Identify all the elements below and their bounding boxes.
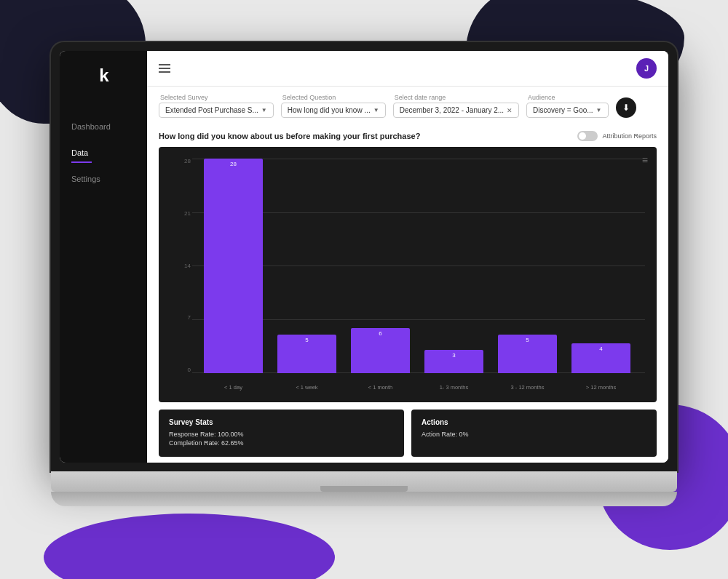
attribution-toggle: Attribution Reports: [577, 131, 657, 141]
completion-rate-value: 62.65%: [221, 439, 244, 447]
bars-container: 28 5 6: [197, 159, 638, 373]
bar-value-lt-1-month: 6: [379, 330, 381, 337]
laptop-base: [51, 471, 677, 492]
x-label-lt-1-day: < 1 day: [204, 384, 263, 391]
x-label-3-12-months: 3 - 12 months: [498, 384, 557, 391]
action-rate-label: Action Rate:: [422, 431, 457, 438]
date-range-select[interactable]: December 3, 2022 - January 2... ✕: [393, 103, 519, 118]
bar-value-gt-12-months: 4: [599, 346, 602, 352]
date-range-filter: Select date range December 3, 2022 - Jan…: [393, 94, 519, 118]
chevron-down-icon: ▼: [373, 107, 379, 113]
y-axis-labels: 28 21 14 7 0: [170, 159, 191, 373]
completion-rate-label: Completion Rate:: [169, 439, 220, 447]
main-content: J Selected Survey Extended Post Purchase…: [147, 51, 668, 463]
bar-group-lt-1-day: 28: [204, 159, 263, 373]
laptop-screen-outer: k Dashboard Data Settings: [51, 42, 677, 471]
download-button[interactable]: ⬇: [616, 97, 636, 118]
selected-question-filter: Selected Question How long did you know …: [281, 94, 386, 118]
actions-stats-title: Actions: [422, 418, 646, 426]
y-label-28: 28: [184, 159, 191, 164]
filters-row: Selected Survey Extended Post Purchase S…: [147, 87, 668, 125]
chevron-down-icon: ▼: [261, 107, 267, 113]
selected-survey-select[interactable]: Extended Post Purchase S... ▼: [159, 103, 274, 118]
sidebar-nav: Dashboard Data Settings: [60, 115, 147, 191]
response-rate-row: Response Rate: 100.00%: [169, 431, 394, 438]
bar-value-lt-1-week: 5: [305, 337, 308, 343]
bar-3-12-months: 5: [498, 335, 557, 373]
audience-value: Discovery = Goo...: [533, 106, 593, 114]
selected-question-value: How long did you know ...: [288, 106, 371, 114]
response-rate-label: Response Rate:: [169, 431, 216, 438]
y-label-7: 7: [188, 315, 191, 321]
bottom-stats: Survey Stats Response Rate: 100.00% Comp…: [159, 410, 657, 457]
selected-question-label: Selected Question: [281, 94, 386, 101]
selected-survey-filter: Selected Survey Extended Post Purchase S…: [159, 94, 274, 118]
x-label-lt-1-week: < 1 week: [277, 384, 336, 391]
bar-value-3-12-months: 5: [526, 337, 529, 343]
bar-value-1-3-months: 3: [452, 352, 455, 359]
bar-group-lt-1-week: 5: [277, 159, 336, 373]
laptop-screen-inner: k Dashboard Data Settings: [60, 51, 668, 463]
laptop-foot: [51, 492, 677, 506]
sidebar-item-dashboard[interactable]: Dashboard: [60, 115, 147, 138]
y-label-0: 0: [188, 367, 191, 373]
bar-group-3-12-months: 5: [498, 159, 557, 373]
x-label-gt-12-months: > 12 months: [571, 384, 630, 391]
completion-rate-row: Completion Rate: 62.65%: [169, 439, 394, 447]
response-rate-value: 100.00%: [218, 431, 244, 438]
user-avatar[interactable]: J: [636, 58, 657, 79]
survey-stats-card: Survey Stats Response Rate: 100.00% Comp…: [159, 410, 404, 457]
sidebar-item-settings[interactable]: Settings: [60, 167, 147, 191]
chevron-down-icon: ▼: [596, 107, 602, 113]
download-icon: ⬇: [622, 103, 630, 113]
sidebar: k Dashboard Data Settings: [60, 51, 147, 463]
audience-select[interactable]: Discovery = Goo... ▼: [526, 103, 608, 118]
y-label-14: 14: [184, 263, 191, 269]
actions-stats-card: Actions Action Rate: 0%: [411, 410, 657, 457]
bar-lt-1-day: 28: [204, 159, 263, 373]
sidebar-logo: k: [99, 65, 107, 86]
bar-lt-1-week: 5: [277, 335, 336, 373]
close-icon[interactable]: ✕: [507, 107, 513, 114]
audience-label: Audience: [526, 94, 608, 101]
question-title-bar: How long did you know about us before ma…: [147, 125, 668, 147]
sidebar-item-data[interactable]: Data: [60, 141, 147, 164]
bar-gt-12-months: 4: [571, 343, 630, 373]
survey-stats-title: Survey Stats: [169, 418, 394, 426]
x-label-1-3-months: 1- 3 months: [424, 384, 483, 391]
bar-1-3-months: 3: [424, 350, 483, 373]
bar-value-lt-1-day: 28: [230, 161, 237, 167]
action-rate-value: 0%: [459, 431, 469, 438]
bar-lt-1-month: 6: [351, 328, 410, 373]
chart-grid: 28 21 14 7 0: [170, 159, 645, 391]
bar-group-1-3-months: 3: [424, 159, 483, 373]
action-rate-row: Action Rate: 0%: [422, 431, 646, 438]
x-label-lt-1-month: < 1 month: [351, 384, 410, 391]
audience-filter: Audience Discovery = Goo... ▼: [526, 94, 608, 118]
selected-survey-label: Selected Survey: [159, 94, 274, 101]
chart-area: ≡ 28 21 14 7 0: [159, 147, 657, 402]
attribution-label: Attribution Reports: [602, 132, 657, 140]
hamburger-menu-button[interactable]: [159, 64, 170, 73]
x-axis-labels: < 1 day < 1 week < 1 month 1- 3 months 3…: [197, 384, 638, 391]
bar-group-gt-12-months: 4: [571, 159, 630, 373]
date-range-value: December 3, 2022 - January 2...: [400, 106, 504, 114]
date-range-label: Select date range: [393, 94, 519, 101]
attribution-toggle-switch[interactable]: [577, 131, 598, 141]
selected-question-select[interactable]: How long did you know ... ▼: [281, 103, 386, 118]
question-title: How long did you know about us before ma…: [159, 132, 420, 140]
y-label-21: 21: [184, 211, 191, 217]
selected-survey-value: Extended Post Purchase S...: [165, 106, 258, 114]
top-bar: J: [147, 51, 668, 87]
laptop-shell: k Dashboard Data Settings: [51, 42, 677, 537]
bar-group-lt-1-month: 6: [351, 159, 410, 373]
